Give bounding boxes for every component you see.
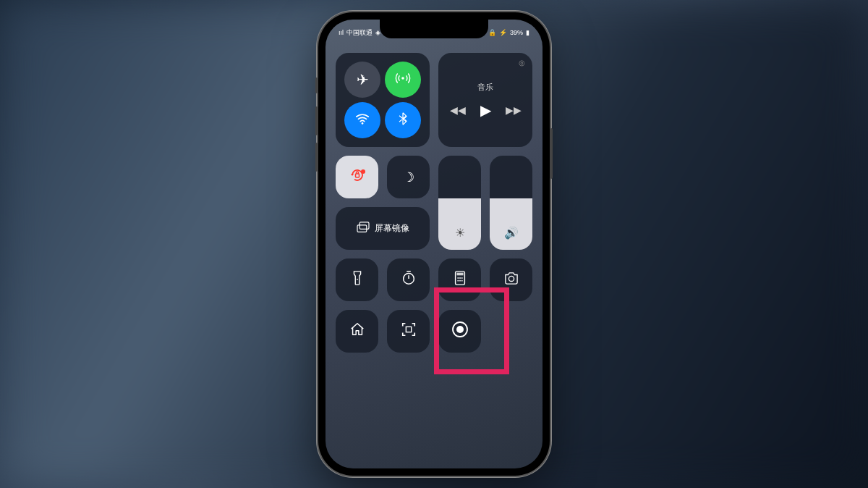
svg-point-13 — [459, 280, 461, 282]
connectivity-group[interactable]: ✈ — [336, 53, 430, 147]
flashlight-button[interactable] — [336, 258, 378, 301]
timer-button[interactable] — [387, 258, 430, 301]
brightness-slider[interactable]: ☀ — [438, 156, 481, 250]
orientation-lock-icon — [349, 167, 366, 188]
screen-record-button[interactable] — [438, 310, 481, 353]
volume-fill — [490, 198, 532, 251]
calculator-button[interactable] — [438, 258, 481, 301]
charging-icon: ⚡ — [499, 29, 507, 36]
signal-icon: ııl — [339, 29, 344, 36]
battery-icon: ▮ — [526, 29, 529, 36]
mirroring-label: 屏幕镜像 — [375, 222, 409, 235]
record-icon — [451, 320, 469, 342]
svg-point-10 — [459, 277, 461, 279]
music-next-button[interactable]: ▶▶ — [506, 104, 522, 116]
svg-point-6 — [403, 274, 414, 285]
home-button[interactable] — [336, 310, 378, 353]
volume-icon: 🔊 — [504, 226, 519, 240]
bluetooth-icon — [396, 112, 410, 130]
svg-rect-4 — [357, 225, 367, 232]
svg-point-9 — [457, 277, 459, 279]
airplane-icon: ✈ — [357, 71, 369, 88]
svg-point-12 — [457, 280, 459, 282]
bluetooth-button[interactable] — [385, 102, 421, 138]
orientation-lock-button[interactable] — [336, 156, 378, 198]
svg-point-15 — [509, 276, 514, 281]
cellular-icon — [395, 70, 411, 90]
svg-rect-16 — [406, 327, 411, 332]
brightness-fill — [438, 198, 481, 251]
music-widget[interactable]: ◎ 音乐 ◀◀ ▶ ▶▶ — [438, 53, 532, 147]
lock-status-icon: 🔒 — [488, 29, 496, 36]
flashlight-icon — [351, 270, 364, 290]
svg-point-18 — [456, 326, 464, 333]
notch — [380, 20, 488, 38]
battery-percent: 39% — [510, 29, 523, 36]
svg-point-11 — [461, 277, 462, 279]
home-icon — [349, 321, 365, 341]
volume-down-button[interactable] — [315, 143, 318, 172]
scan-icon — [401, 321, 417, 341]
volume-up-button[interactable] — [315, 106, 318, 135]
svg-point-0 — [401, 77, 404, 80]
music-prev-button[interactable]: ◀◀ — [450, 104, 466, 116]
camera-button[interactable] — [490, 258, 532, 301]
camera-icon — [503, 272, 519, 288]
iphone-frame: ııl 中国联通 ◈ 🔒 ⚡ 39% ▮ ✈ — [318, 12, 550, 476]
mute-switch[interactable] — [315, 77, 318, 93]
cellular-data-button[interactable] — [385, 62, 421, 98]
svg-rect-2 — [355, 174, 359, 177]
svg-rect-3 — [359, 222, 369, 230]
svg-point-5 — [357, 279, 358, 280]
scan-qr-button[interactable] — [387, 310, 430, 353]
svg-rect-8 — [456, 273, 463, 276]
moon-icon: ☽ — [403, 169, 414, 185]
svg-point-1 — [362, 122, 364, 125]
wifi-icon — [354, 111, 370, 130]
power-button[interactable] — [550, 128, 553, 179]
airplay-icon[interactable]: ◎ — [519, 59, 525, 67]
brightness-icon: ☀ — [455, 226, 465, 240]
svg-point-14 — [461, 280, 462, 282]
airplane-mode-button[interactable]: ✈ — [344, 62, 380, 98]
phone-screen: ııl 中国联通 ◈ 🔒 ⚡ 39% ▮ ✈ — [326, 20, 542, 468]
wifi-button[interactable] — [344, 102, 380, 138]
music-play-button[interactable]: ▶ — [480, 101, 491, 119]
timer-icon — [401, 270, 417, 290]
control-center: ✈ — [336, 53, 532, 353]
mirroring-icon — [356, 222, 370, 235]
calculator-icon — [454, 270, 467, 290]
volume-slider[interactable]: 🔊 — [490, 156, 532, 250]
music-title: 音乐 — [477, 82, 493, 93]
do-not-disturb-button[interactable]: ☽ — [387, 156, 430, 198]
screen-mirroring-button[interactable]: 屏幕镜像 — [336, 207, 430, 250]
carrier-label: 中国联通 — [346, 28, 373, 38]
